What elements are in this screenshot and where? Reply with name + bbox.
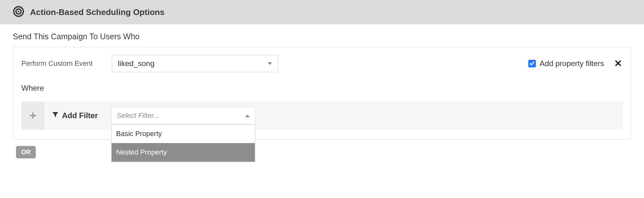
trigger-type-label: Perform Custom Event <box>21 59 93 68</box>
funnel-icon <box>52 111 59 120</box>
page-header: Action-Based Scheduling Options <box>0 0 644 24</box>
filter-select-placeholder: Select Filter... <box>117 111 160 120</box>
dropdown-option-nested-property[interactable]: Nested Property <box>112 143 255 162</box>
dropdown-option-basic-property[interactable]: Basic Property <box>112 125 255 143</box>
custom-event-select[interactable]: liked_song <box>112 55 278 72</box>
trigger-right-controls: Add property filters <box>528 58 623 69</box>
where-block: Where Add Filter Select Filter... <box>21 84 623 130</box>
add-filter-text: Add Filter <box>62 111 98 120</box>
filter-type-select[interactable]: Select Filter... <box>111 107 255 124</box>
trigger-panel: Perform Custom Event liked_song Add prop… <box>13 47 631 140</box>
target-icon <box>13 6 24 19</box>
checkbox-checked-icon <box>528 60 536 67</box>
add-property-filters-label: Add property filters <box>540 59 604 68</box>
custom-event-value: liked_song <box>118 59 155 68</box>
add-property-filters-checkbox[interactable]: Add property filters <box>528 59 604 68</box>
chevron-down-icon <box>268 62 272 65</box>
where-label: Where <box>21 84 623 93</box>
close-icon <box>615 60 621 66</box>
filter-type-dropdown: Basic Property Nested Property <box>111 124 255 162</box>
remove-trigger-button[interactable] <box>614 58 623 69</box>
chevron-up-icon <box>245 113 250 118</box>
add-condition-button[interactable] <box>22 102 44 129</box>
filter-select-cell: Select Filter... Basic Property Nested P… <box>106 102 261 129</box>
filter-row: Add Filter Select Filter... Basic Proper… <box>21 102 623 130</box>
send-to-label: Send This Campaign To Users Who <box>13 32 631 41</box>
trigger-row: Perform Custom Event liked_song Add prop… <box>21 55 623 72</box>
scheduling-section: Send This Campaign To Users Who Perform … <box>0 24 644 166</box>
plus-icon <box>30 112 36 119</box>
page-title: Action-Based Scheduling Options <box>30 7 164 17</box>
or-button[interactable]: OR <box>16 146 36 158</box>
svg-point-2 <box>18 11 20 12</box>
add-filter-label-cell: Add Filter <box>44 102 106 129</box>
